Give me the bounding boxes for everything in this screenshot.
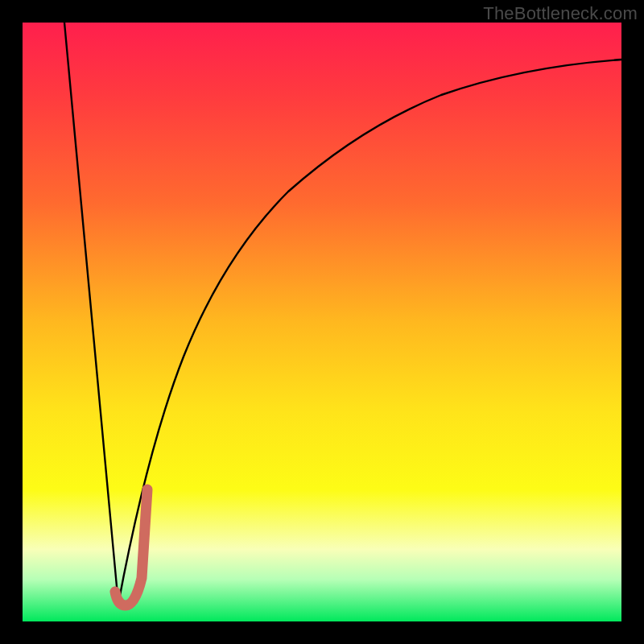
left-v-line bbox=[64, 23, 118, 604]
marker-j bbox=[115, 489, 147, 605]
plot-area bbox=[23, 23, 621, 621]
main-curve bbox=[118, 60, 621, 604]
chart-frame: TheBottleneck.com bbox=[0, 0, 644, 644]
chart-svg bbox=[23, 23, 621, 621]
watermark-text: TheBottleneck.com bbox=[483, 3, 638, 24]
